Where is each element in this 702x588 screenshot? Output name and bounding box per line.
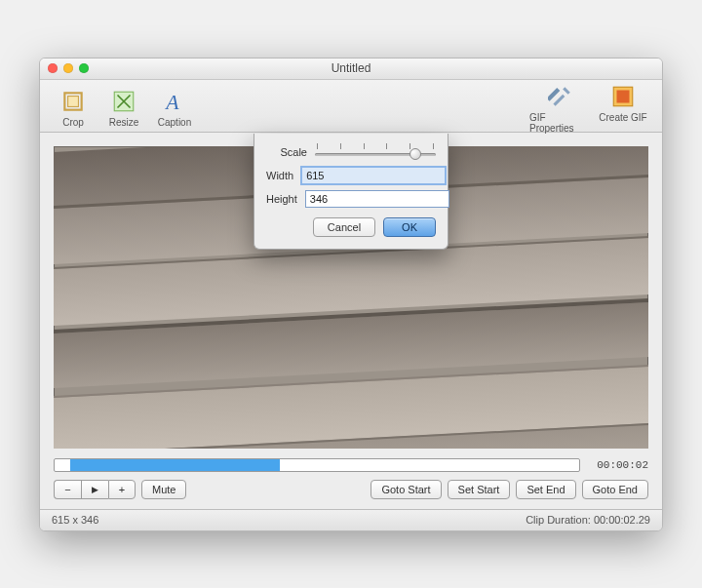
timecode: 00:00:02 — [586, 459, 648, 471]
gif-properties-button[interactable]: GIF Properties — [529, 82, 592, 134]
mute-button[interactable]: Mute — [141, 480, 186, 499]
toolbar-label: Crop — [62, 117, 84, 128]
toolbar-left-group: Crop Resize A Caption — [48, 87, 200, 128]
resize-button[interactable]: Resize — [98, 87, 149, 128]
controls-row: − ▶ + Mute Goto Start Set Start Set End … — [40, 480, 662, 509]
goto-end-button[interactable]: Goto End — [582, 480, 648, 499]
svg-rect-1 — [68, 97, 79, 107]
crop-icon — [58, 87, 88, 116]
resize-sheet: Scale Width Height Cancel OK — [254, 134, 448, 250]
svg-text:A: A — [164, 91, 179, 114]
status-dimensions: 615 x 346 — [52, 514, 98, 526]
ok-button[interactable]: OK — [383, 217, 436, 237]
timeline-selection[interactable] — [70, 459, 280, 471]
slider-thumb-icon[interactable] — [410, 148, 421, 160]
scale-slider[interactable] — [315, 143, 436, 161]
caption-icon: A — [160, 87, 189, 116]
toolbar-right-group: GIF Properties Create GIF — [529, 82, 654, 134]
cancel-button[interactable]: Cancel — [313, 217, 375, 237]
caption-button[interactable]: A Caption — [149, 87, 200, 128]
window-title: Untitled — [40, 61, 662, 75]
step-forward-button[interactable]: + — [108, 480, 136, 499]
goto-start-button[interactable]: Goto Start — [370, 480, 441, 499]
app-window: Untitled Crop Resize A Caption — [39, 58, 663, 531]
set-start-button[interactable]: Set Start — [448, 480, 511, 499]
svg-rect-6 — [617, 90, 630, 102]
height-field[interactable] — [305, 190, 449, 208]
toolbar-label: Create GIF — [599, 112, 646, 123]
status-bar: 615 x 346 Clip Duration: 00:00:02.29 — [40, 509, 662, 530]
scale-label: Scale — [266, 146, 307, 158]
create-gif-icon — [608, 82, 638, 111]
toolbar-label: Resize — [109, 117, 139, 128]
create-gif-button[interactable]: Create GIF — [592, 82, 654, 134]
toolbar: Crop Resize A Caption GIF Propert — [40, 80, 662, 133]
clip-duration-value: 00:00:02.29 — [594, 514, 650, 526]
set-end-button[interactable]: Set End — [516, 480, 575, 499]
width-field[interactable] — [301, 167, 446, 184]
width-label: Width — [266, 170, 293, 181]
play-button[interactable]: ▶ — [81, 480, 108, 499]
timeline-track[interactable] — [54, 458, 580, 472]
titlebar: Untitled — [40, 59, 662, 80]
clip-duration-label: Clip Duration: — [526, 514, 591, 526]
tools-icon — [546, 82, 575, 111]
toolbar-label: GIF Properties — [529, 112, 592, 134]
playback-segmented: − ▶ + — [54, 480, 136, 499]
toolbar-label: Caption — [158, 117, 191, 128]
crop-button[interactable]: Crop — [48, 87, 98, 128]
timeline-area: 00:00:02 — [40, 458, 662, 480]
resize-icon — [109, 87, 138, 116]
height-label: Height — [266, 193, 297, 205]
step-back-button[interactable]: − — [54, 480, 81, 499]
